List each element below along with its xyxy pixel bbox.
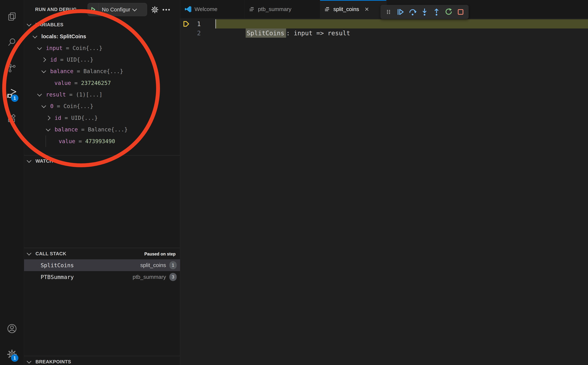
chevron-down-icon: [46, 127, 50, 131]
var-value: 237246257: [81, 80, 111, 86]
activity-bar: 1: [0, 0, 24, 365]
chevron-down-icon: [132, 7, 137, 11]
stop-icon: [457, 8, 465, 16]
variables-label: VARIABLES: [35, 22, 64, 28]
var-value: Balance{...}: [88, 126, 128, 133]
debug-pause-status: Paused on step: [144, 249, 176, 259]
list-icon: [249, 6, 255, 12]
source-control-icon: [7, 63, 17, 73]
step-out-button[interactable]: [431, 7, 442, 17]
stop-button[interactable]: [455, 7, 466, 17]
launch-config-dropdown[interactable]: No Configur: [87, 3, 147, 16]
step-into-icon: [420, 8, 429, 16]
indent-guide: [46, 135, 46, 147]
settings-count-badge: 1: [11, 354, 18, 362]
toolbar-drag-handle[interactable]: [383, 7, 394, 17]
var-name: balance: [55, 126, 78, 133]
vscode-logo-icon: [184, 6, 191, 13]
tree-row-result[interactable]: result = (1)[...]: [24, 89, 194, 100]
call-stack-frame-splitcoins[interactable]: SplitCoins split_coins 1: [24, 259, 180, 271]
var-name: id: [50, 56, 57, 63]
var-name: balance: [50, 68, 73, 74]
tree-row-balance[interactable]: balance = Balance{...}: [24, 65, 198, 77]
var-name: value: [59, 138, 75, 144]
var-name: 0: [50, 103, 54, 109]
var-eq: =: [71, 80, 81, 86]
text-cursor: [215, 19, 216, 28]
var-value: UID{...}: [71, 115, 98, 121]
tree-row-input[interactable]: input = Coin{...}: [24, 42, 194, 54]
frame-source: ptb_summary: [133, 274, 166, 280]
tab-label: split_coins: [333, 6, 359, 12]
tab-welcome[interactable]: Welcome: [180, 0, 245, 18]
chevron-down-icon: [27, 22, 31, 26]
breakpoints-label: BREAKPOINTS: [35, 359, 71, 365]
current-debug-line[interactable]: SplitCoins: input => result: [215, 19, 588, 28]
var-eq: =: [75, 138, 85, 144]
start-debug-button[interactable]: [88, 3, 99, 16]
step-over-button[interactable]: [407, 7, 418, 17]
activity-source-control[interactable]: [0, 59, 24, 77]
section-divider: [24, 155, 180, 155]
tree-row-id[interactable]: id = UID{...}: [24, 54, 198, 65]
watch-section-header[interactable]: WATCH: [24, 156, 180, 166]
activity-settings[interactable]: 1: [0, 345, 24, 363]
breakpoints-section-header[interactable]: BREAKPOINTS: [24, 357, 180, 365]
frame-name: PTBSummary: [41, 274, 74, 280]
activity-extensions[interactable]: [0, 110, 24, 127]
tree-row-balance-2[interactable]: balance = Balance{...}: [24, 124, 202, 135]
activity-account[interactable]: [0, 320, 24, 337]
vscode-window: 1: [0, 0, 588, 365]
call-stack-label: CALL STACK: [35, 251, 66, 257]
chevron-down-icon: [37, 92, 42, 96]
restart-button[interactable]: [444, 7, 454, 17]
continue-button[interactable]: [395, 7, 406, 17]
tree-row-locals[interactable]: locals: SplitCoins: [24, 31, 189, 42]
var-name: id: [55, 115, 61, 121]
tree-row-0[interactable]: 0 = Coin{...}: [24, 100, 198, 112]
var-name: value: [54, 80, 71, 86]
highlighted-word: SplitCoins: [246, 28, 286, 38]
line-number-2: 2: [191, 28, 201, 38]
section-divider: [24, 248, 180, 248]
activity-run-debug[interactable]: 1: [0, 85, 24, 103]
code-text: : input => result: [286, 29, 350, 37]
call-stack-section-header[interactable]: CALL STACK Paused on step: [24, 249, 180, 258]
extensions-icon: [7, 114, 17, 124]
variables-section-header[interactable]: VARIABLES: [24, 20, 180, 29]
frame-source: split_coins: [140, 262, 166, 268]
tree-row-id-2[interactable]: id = UID{...}: [24, 112, 202, 124]
activity-explorer[interactable]: [0, 8, 24, 25]
run-and-debug-sidebar: RUN AND DEBUG No Configur: [24, 0, 180, 365]
var-name: input: [46, 45, 63, 51]
debug-count-badge: 1: [11, 94, 18, 102]
files-icon: [7, 12, 17, 21]
watch-label: WATCH: [35, 158, 53, 164]
step-out-icon: [432, 8, 440, 16]
var-eq: =: [61, 115, 71, 121]
tab-split-coins[interactable]: split_coins: [320, 0, 386, 18]
drag-grip-icon: [385, 8, 392, 16]
close-icon[interactable]: [363, 6, 370, 13]
more-actions-button[interactable]: [162, 5, 171, 14]
var-value: Coin{...}: [64, 103, 93, 109]
activity-search[interactable]: [0, 34, 24, 51]
tab-ptb-summary[interactable]: ptb_summary: [245, 0, 320, 18]
gear-icon: [151, 6, 159, 14]
var-eq: =: [54, 103, 64, 109]
step-into-button[interactable]: [419, 7, 430, 17]
var-value: Coin{...}: [73, 45, 103, 51]
sidebar-title: RUN AND DEBUG: [35, 7, 77, 12]
var-eq: =: [57, 56, 67, 63]
frame-name: SplitCoins: [41, 262, 74, 268]
restart-icon: [445, 8, 453, 16]
chevron-right-icon: [46, 116, 50, 120]
search-icon: [7, 37, 17, 47]
call-stack-frame-ptbsummary[interactable]: PTBSummary ptb_summary 3: [24, 271, 180, 283]
debug-settings-button[interactable]: [150, 5, 159, 14]
var-eq: =: [78, 126, 88, 133]
start-debug-play-icon: [90, 6, 96, 13]
debug-instruction-pointer-icon: [182, 20, 190, 28]
debug-toolbar: [381, 5, 468, 19]
code-editor[interactable]: 1 2 SplitCoins: input => result: [180, 19, 588, 365]
